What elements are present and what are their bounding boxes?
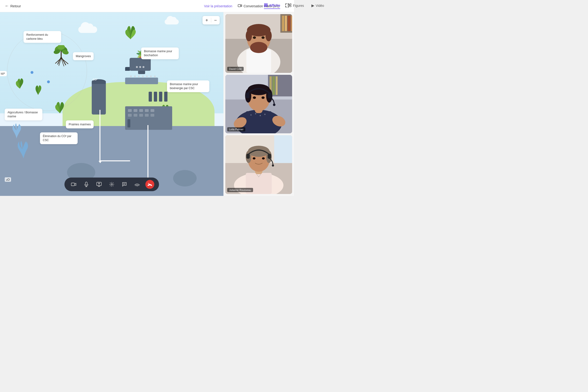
participant-card-leila[interactable]: Leila Palmer bbox=[225, 75, 292, 134]
end-call-button[interactable] bbox=[145, 180, 154, 189]
svg-point-84 bbox=[262, 157, 265, 160]
pipe-vertical-right bbox=[148, 125, 148, 186]
seaweed-top-plant bbox=[123, 22, 138, 44]
pipe-horizontal bbox=[100, 160, 130, 161]
tab-figures[interactable]: Figures bbox=[288, 3, 294, 9]
label-elimination-co2: Élimination du CO² par CSC bbox=[40, 132, 78, 144]
poster-canvas[interactable]: CO² 🪴 bbox=[0, 12, 224, 196]
blue-plant-2 bbox=[14, 138, 33, 160]
cloud-1 bbox=[78, 26, 97, 33]
algae-plant-1 bbox=[14, 76, 26, 92]
svg-rect-63 bbox=[246, 93, 250, 98]
svg-point-55 bbox=[255, 113, 256, 114]
svg-rect-50 bbox=[272, 76, 275, 95]
settings-button[interactable] bbox=[107, 180, 116, 189]
partial-label-left: I&P bbox=[0, 71, 7, 76]
svg-point-56 bbox=[260, 115, 261, 116]
svg-point-65 bbox=[273, 104, 276, 106]
svg-point-66 bbox=[253, 96, 256, 99]
participants-panel: David Cole bbox=[224, 12, 294, 196]
underground-blob-right bbox=[173, 170, 197, 186]
svg-rect-31 bbox=[282, 16, 284, 31]
svg-point-83 bbox=[252, 157, 256, 160]
network-button[interactable] bbox=[133, 180, 142, 189]
participant-card-david[interactable]: David Cole bbox=[225, 14, 292, 73]
factory bbox=[125, 102, 172, 130]
svg-point-1 bbox=[290, 4, 292, 5]
back-button[interactable]: ← Retour bbox=[5, 4, 21, 8]
algae-plant-3 bbox=[53, 99, 67, 117]
svg-rect-51 bbox=[276, 76, 278, 95]
pipe-vertical-left bbox=[100, 110, 100, 162]
svg-point-44 bbox=[253, 36, 256, 39]
canvas-content: CO² 🪴 bbox=[0, 12, 224, 196]
svg-point-82 bbox=[272, 164, 274, 167]
bottom-toolbar bbox=[64, 178, 159, 191]
algae-plant-2 bbox=[33, 83, 44, 98]
svg-point-67 bbox=[262, 96, 264, 99]
top-navigation: ← Retour 🖼 Affiche Figures ▶ Vi bbox=[0, 0, 294, 12]
voir-presentation-button[interactable]: Voir la présentation bbox=[204, 4, 232, 8]
video-cam-icon bbox=[238, 4, 242, 8]
svg-point-0 bbox=[288, 4, 290, 6]
svg-point-41 bbox=[246, 30, 252, 41]
machine-dot-3 bbox=[142, 66, 144, 68]
svg-point-43 bbox=[250, 42, 268, 53]
zoom-out-button[interactable]: − bbox=[211, 16, 220, 24]
svg-line-6 bbox=[61, 57, 66, 65]
participant-name-leila: Leila Palmer bbox=[227, 127, 245, 132]
carbone-bleu-circle bbox=[7, 31, 87, 111]
h2o-label: ₂O bbox=[5, 177, 11, 182]
label-prairies: Prairies marines bbox=[66, 120, 94, 128]
back-label: Retour bbox=[10, 4, 21, 8]
co2-cylinder bbox=[92, 79, 106, 114]
mangrove-plant bbox=[52, 45, 70, 72]
svg-point-54 bbox=[250, 114, 252, 116]
figures-icon bbox=[288, 3, 292, 8]
svg-rect-32 bbox=[285, 16, 287, 31]
co2-label-text: CO² bbox=[93, 78, 97, 81]
zoom-in-button[interactable]: + bbox=[202, 16, 211, 24]
arrow-down-left bbox=[98, 161, 102, 163]
label-biomasse-csc: Biomasse marine pour bioénergie par CSC bbox=[167, 80, 209, 92]
share-screen-button[interactable] bbox=[94, 180, 104, 189]
cloud-2 bbox=[165, 19, 179, 24]
svg-rect-72 bbox=[274, 135, 292, 163]
tab-figures-label: Figures bbox=[293, 4, 294, 8]
tab-affiche-label: Affiche bbox=[269, 4, 280, 7]
machine-dot-1 bbox=[136, 66, 138, 68]
svg-point-57 bbox=[264, 114, 266, 115]
svg-rect-34 bbox=[291, 16, 292, 31]
svg-point-23 bbox=[111, 184, 112, 185]
blue-plant-1 bbox=[10, 121, 24, 140]
main-area: CO² 🪴 bbox=[0, 12, 294, 196]
nav-tabs: 🖼 Affiche Figures ▶ Vidéo bbox=[264, 3, 294, 9]
microphone-button[interactable] bbox=[82, 180, 91, 189]
svg-rect-19 bbox=[86, 182, 87, 185]
svg-rect-53 bbox=[246, 111, 272, 134]
svg-point-26 bbox=[137, 186, 138, 187]
blue-dot-1 bbox=[30, 71, 34, 74]
participant-name-david: David Cole bbox=[227, 67, 244, 71]
svg-point-2 bbox=[290, 6, 292, 7]
zoom-controls: + − bbox=[202, 16, 220, 24]
svg-rect-33 bbox=[288, 16, 290, 31]
machine-dot-2 bbox=[139, 66, 141, 68]
participant-name-julianne: Julianne Rousseau bbox=[227, 188, 253, 192]
participant-card-julianne[interactable]: Julianne Rousseau bbox=[225, 135, 292, 194]
svg-rect-80 bbox=[246, 154, 250, 159]
svg-point-45 bbox=[262, 36, 264, 39]
label-biomasse-biocharbon: Biomasse marine pour biocharbon bbox=[141, 48, 179, 59]
svg-rect-37 bbox=[246, 50, 271, 73]
affiche-icon: 🖼 bbox=[264, 3, 268, 8]
svg-rect-5 bbox=[238, 4, 240, 7]
tab-affiche[interactable]: 🖼 Affiche bbox=[264, 3, 280, 9]
svg-rect-18 bbox=[71, 183, 74, 186]
blue-dot-2 bbox=[47, 80, 50, 83]
back-arrow-icon: ← bbox=[5, 4, 9, 8]
label-mangroves: Mangroves bbox=[73, 52, 94, 60]
chat-button[interactable] bbox=[120, 180, 129, 189]
label-renforcement: Renforcement du carbone bleu bbox=[24, 31, 61, 43]
label-algocultures: Algocultures / Biomasse marine bbox=[5, 109, 42, 120]
camera-button[interactable] bbox=[69, 180, 78, 189]
